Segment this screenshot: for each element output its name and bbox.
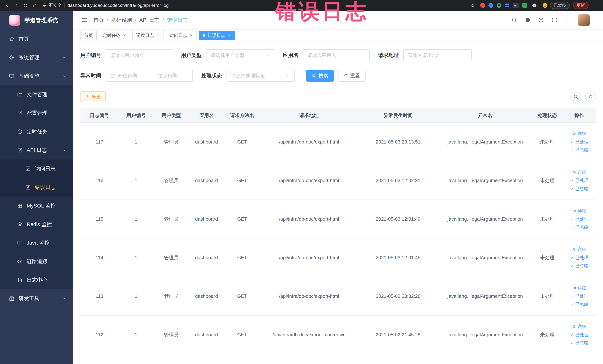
sidebar-item-job[interactable]: 定时任务	[0, 122, 73, 141]
close-icon[interactable]	[156, 34, 160, 37]
ignored-link[interactable]: 已忽略	[570, 147, 589, 153]
help-icon[interactable]	[538, 17, 544, 23]
ignored-link[interactable]: 已忽略	[570, 301, 589, 307]
tab-首页[interactable]: 首页	[81, 31, 97, 40]
action-label: 已处理	[575, 332, 589, 338]
processed-link[interactable]: 已处理	[570, 177, 589, 183]
bookmark-star-button[interactable]	[469, 1, 477, 10]
breadcrumb-api-log[interactable]: API 日志	[139, 16, 160, 23]
tab-错误日志[interactable]: 错误日志	[199, 31, 235, 40]
sidebar-collapse-button[interactable]	[81, 16, 88, 24]
sidebar-item-infra[interactable]: 基础设施	[0, 67, 73, 85]
filter-process-status: 处理状态 请选择处理状态	[201, 70, 295, 82]
table-cell: java.lang.IllegalArgumentException	[438, 139, 532, 145]
address-url[interactable]: dashboard.yudao.iocoder.cn/infra/log/api…	[68, 3, 169, 8]
sidebar-item-trace[interactable]: 链路追踪	[0, 252, 73, 271]
export-button[interactable]: 导出	[81, 91, 106, 102]
address-bar[interactable]: 不安全 dashboard.yudao.iocoder.cn/infra/log…	[42, 2, 169, 8]
user-menu[interactable]	[578, 14, 596, 26]
breadcrumb-home[interactable]: 首页	[93, 16, 104, 23]
sidebar-item-file[interactable]: 文件管理	[0, 85, 73, 104]
request-url-input[interactable]	[408, 52, 467, 58]
extension-icon-red[interactable]	[480, 3, 485, 8]
browser-menu-button[interactable]	[592, 1, 600, 10]
tab-label: 首页	[84, 33, 93, 38]
search-button[interactable]: 搜索	[306, 70, 334, 82]
sync-paused-badge[interactable]: 已暂停	[550, 2, 570, 9]
processed-link[interactable]: 已处理	[570, 255, 589, 260]
processed-link[interactable]: 已处理	[570, 332, 589, 338]
processed-link[interactable]: 已处理	[570, 293, 589, 299]
toggle-search-button[interactable]	[570, 91, 581, 102]
app-logo[interactable]: 芋道管理系统	[0, 11, 73, 30]
close-icon[interactable]	[123, 34, 127, 37]
process-status-select[interactable]: 请选择处理状态	[227, 70, 295, 82]
detail-link[interactable]: 详细	[572, 169, 586, 175]
font-size-icon[interactable]	[565, 17, 571, 23]
sidebar-item-error-log[interactable]: 错误日志	[0, 178, 73, 197]
sidebar-item-redis[interactable]: Redis 监控	[0, 215, 73, 234]
sidebar-item-java[interactable]: Java 监控	[0, 234, 73, 252]
back-button[interactable]	[3, 1, 11, 10]
sidebar-item-log-center[interactable]: 日志中心	[0, 271, 73, 289]
date-range-picker[interactable]: -	[106, 70, 193, 82]
detail-link[interactable]: 详细	[572, 247, 586, 252]
extension-icon-on-badge[interactable]: on	[513, 3, 519, 8]
home-button[interactable]	[31, 1, 39, 10]
ignored-link[interactable]: 已忽略	[570, 186, 589, 192]
sidebar-item-home[interactable]: 首页	[0, 30, 73, 48]
sidebar-item-access-log[interactable]: 访问日志	[0, 159, 73, 178]
detail-link[interactable]: 详细	[572, 131, 586, 137]
caret-down-icon	[592, 18, 596, 22]
chevron-down-icon	[286, 74, 290, 78]
table-cell: 1	[118, 332, 154, 338]
doc-icon	[17, 277, 23, 283]
close-icon[interactable]	[228, 34, 231, 37]
extensions-puzzle-button[interactable]	[530, 1, 538, 10]
start-date-input[interactable]	[118, 73, 148, 79]
tab-定时任务[interactable]: 定时任务	[99, 31, 130, 40]
app-name-input[interactable]	[307, 52, 365, 58]
close-icon[interactable]	[189, 34, 193, 37]
detail-link[interactable]: 详细	[572, 324, 586, 329]
reload-button[interactable]	[22, 1, 30, 10]
extension-icon-blue[interactable]	[488, 3, 493, 8]
action-label: 已处理	[575, 255, 589, 260]
detail-link[interactable]: 详细	[572, 208, 586, 214]
tab-调度日志[interactable]: 调度日志	[132, 31, 163, 40]
column-header: 处理状态	[532, 112, 563, 119]
table-cell: 管理员	[154, 331, 189, 338]
breadcrumb-infra[interactable]: 基础设施	[111, 16, 132, 23]
sidebar-item-config[interactable]: 配置管理	[0, 104, 73, 122]
extension-icon-green-ring[interactable]	[497, 3, 501, 8]
tab-访问日志[interactable]: 访问日志	[166, 31, 197, 40]
github-icon[interactable]	[525, 17, 531, 23]
eye-icon	[572, 132, 576, 136]
ignored-link[interactable]: 已忽略	[570, 224, 589, 230]
extension-icon-grid[interactable]	[505, 3, 510, 8]
extension-icon-green[interactable]	[522, 3, 527, 8]
chrome-update-button[interactable]: 更新	[573, 2, 589, 9]
end-date-input[interactable]	[158, 73, 188, 79]
reset-button[interactable]: 重置	[338, 70, 366, 82]
processed-link[interactable]: 已处理	[570, 216, 589, 222]
user-type-select[interactable]: 请选择用户类型	[206, 49, 274, 61]
search-icon[interactable]	[511, 17, 517, 23]
ignored-link[interactable]: 已忽略	[570, 340, 589, 346]
detail-link[interactable]: 详细	[572, 285, 586, 291]
user-id-input[interactable]	[110, 52, 168, 58]
sidebar-item-api-log[interactable]: API 日志	[0, 141, 73, 159]
ignored-link[interactable]: 已忽略	[570, 263, 589, 269]
action-label: 详细	[577, 208, 586, 214]
profile-smiley-icon[interactable]	[542, 2, 548, 9]
processed-link[interactable]: 已处理	[570, 139, 589, 145]
sidebar-item-dev-tools[interactable]: 研发工具	[0, 289, 73, 308]
table-cell: 2021-05-03 12:01:45	[358, 255, 438, 260]
fullscreen-icon[interactable]	[551, 17, 557, 23]
site-security-chip[interactable]: 不安全	[42, 2, 62, 8]
forward-button[interactable]	[12, 1, 20, 10]
sidebar-item-system[interactable]: 系统管理	[0, 48, 73, 67]
check-icon	[570, 264, 574, 268]
refresh-table-button[interactable]	[585, 91, 596, 102]
sidebar-item-mysql[interactable]: MySQL 监控	[0, 197, 73, 215]
